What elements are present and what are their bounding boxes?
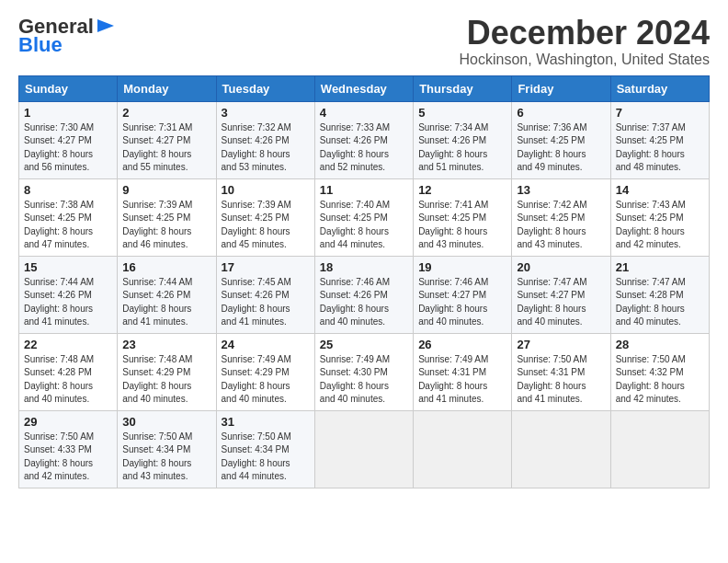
calendar-cell: 24Sunrise: 7:49 AM Sunset: 4:29 PM Dayli…	[216, 333, 314, 410]
day-number: 28	[616, 338, 704, 351]
day-info: Sunrise: 7:45 AM Sunset: 4:26 PM Dayligh…	[222, 276, 310, 329]
calendar-cell: 13Sunrise: 7:42 AM Sunset: 4:25 PM Dayli…	[512, 178, 610, 256]
calendar-table: SundayMondayTuesdayWednesdayThursdayFrid…	[18, 75, 710, 488]
day-info: Sunrise: 7:47 AM Sunset: 4:28 PM Dayligh…	[616, 276, 704, 329]
day-info: Sunrise: 7:41 AM Sunset: 4:25 PM Dayligh…	[418, 199, 506, 252]
svg-marker-0	[97, 19, 114, 32]
calendar-cell: 21Sunrise: 7:47 AM Sunset: 4:28 PM Dayli…	[610, 256, 709, 333]
calendar-row-5: 29Sunrise: 7:50 AM Sunset: 4:33 PM Dayli…	[19, 410, 710, 488]
calendar-row-1: 1Sunrise: 7:30 AM Sunset: 4:27 PM Daylig…	[19, 101, 710, 178]
location-title: Hockinson, Washington, United States	[460, 52, 710, 68]
day-number: 17	[222, 260, 310, 274]
calendar-cell: 3Sunrise: 7:32 AM Sunset: 4:26 PM Daylig…	[216, 101, 314, 178]
weekday-header-monday: Monday	[118, 75, 216, 101]
weekday-header-sunday: Sunday	[19, 75, 118, 101]
calendar-cell: 15Sunrise: 7:44 AM Sunset: 4:26 PM Dayli…	[19, 256, 118, 333]
calendar-cell: 26Sunrise: 7:49 AM Sunset: 4:31 PM Dayli…	[414, 333, 512, 410]
calendar-cell	[610, 410, 709, 488]
day-number: 13	[517, 183, 605, 197]
calendar-cell: 20Sunrise: 7:47 AM Sunset: 4:27 PM Dayli…	[512, 256, 610, 333]
day-number: 25	[320, 338, 408, 351]
day-info: Sunrise: 7:39 AM Sunset: 4:25 PM Dayligh…	[222, 199, 310, 252]
calendar-cell: 22Sunrise: 7:48 AM Sunset: 4:28 PM Dayli…	[19, 333, 118, 410]
calendar-cell: 11Sunrise: 7:40 AM Sunset: 4:25 PM Dayli…	[314, 178, 413, 256]
day-info: Sunrise: 7:44 AM Sunset: 4:26 PM Dayligh…	[24, 276, 112, 329]
day-number: 5	[418, 106, 506, 120]
day-info: Sunrise: 7:47 AM Sunset: 4:27 PM Dayligh…	[517, 276, 605, 329]
day-number: 31	[222, 415, 310, 429]
day-info: Sunrise: 7:49 AM Sunset: 4:31 PM Dayligh…	[418, 353, 506, 407]
day-number: 11	[320, 183, 408, 197]
day-number: 26	[418, 338, 506, 351]
calendar-cell: 14Sunrise: 7:43 AM Sunset: 4:25 PM Dayli…	[610, 178, 709, 256]
calendar-cell: 30Sunrise: 7:50 AM Sunset: 4:34 PM Dayli…	[118, 410, 216, 488]
day-number: 16	[122, 260, 210, 274]
day-info: Sunrise: 7:38 AM Sunset: 4:25 PM Dayligh…	[24, 199, 112, 252]
day-info: Sunrise: 7:50 AM Sunset: 4:32 PM Dayligh…	[616, 353, 704, 407]
day-number: 22	[24, 338, 112, 351]
month-title: December 2024	[460, 15, 710, 52]
day-info: Sunrise: 7:31 AM Sunset: 4:27 PM Dayligh…	[122, 121, 210, 175]
day-number: 12	[418, 183, 506, 197]
day-info: Sunrise: 7:43 AM Sunset: 4:25 PM Dayligh…	[616, 199, 704, 252]
calendar-cell: 9Sunrise: 7:39 AM Sunset: 4:25 PM Daylig…	[118, 178, 216, 256]
calendar-cell: 12Sunrise: 7:41 AM Sunset: 4:25 PM Dayli…	[414, 178, 512, 256]
day-info: Sunrise: 7:48 AM Sunset: 4:29 PM Dayligh…	[122, 353, 210, 407]
calendar-row-3: 15Sunrise: 7:44 AM Sunset: 4:26 PM Dayli…	[19, 256, 710, 333]
calendar-cell	[512, 410, 610, 488]
day-number: 19	[418, 260, 506, 274]
weekday-header-row: SundayMondayTuesdayWednesdayThursdayFrid…	[19, 75, 710, 101]
weekday-header-wednesday: Wednesday	[314, 75, 413, 101]
weekday-header-saturday: Saturday	[610, 75, 709, 101]
day-info: Sunrise: 7:42 AM Sunset: 4:25 PM Dayligh…	[517, 199, 605, 252]
calendar-cell: 5Sunrise: 7:34 AM Sunset: 4:26 PM Daylig…	[414, 101, 512, 178]
day-number: 21	[616, 260, 704, 274]
day-number: 29	[24, 415, 112, 429]
calendar-cell: 6Sunrise: 7:36 AM Sunset: 4:25 PM Daylig…	[512, 101, 610, 178]
day-info: Sunrise: 7:39 AM Sunset: 4:25 PM Dayligh…	[122, 199, 210, 252]
day-number: 20	[517, 260, 605, 274]
day-info: Sunrise: 7:46 AM Sunset: 4:26 PM Dayligh…	[320, 276, 408, 329]
calendar-cell: 7Sunrise: 7:37 AM Sunset: 4:25 PM Daylig…	[610, 101, 709, 178]
day-number: 30	[122, 415, 210, 429]
calendar-cell: 2Sunrise: 7:31 AM Sunset: 4:27 PM Daylig…	[118, 101, 216, 178]
logo-blue: Blue	[18, 33, 63, 57]
weekday-header-tuesday: Tuesday	[216, 75, 314, 101]
day-info: Sunrise: 7:49 AM Sunset: 4:30 PM Dayligh…	[320, 353, 408, 407]
calendar-cell: 4Sunrise: 7:33 AM Sunset: 4:26 PM Daylig…	[314, 101, 413, 178]
day-info: Sunrise: 7:46 AM Sunset: 4:27 PM Dayligh…	[418, 276, 506, 329]
day-info: Sunrise: 7:33 AM Sunset: 4:26 PM Dayligh…	[320, 121, 408, 175]
day-number: 9	[122, 183, 210, 197]
day-info: Sunrise: 7:44 AM Sunset: 4:26 PM Dayligh…	[122, 276, 210, 329]
day-info: Sunrise: 7:32 AM Sunset: 4:26 PM Dayligh…	[222, 121, 310, 175]
day-number: 4	[320, 106, 408, 120]
day-info: Sunrise: 7:30 AM Sunset: 4:27 PM Dayligh…	[24, 121, 112, 175]
day-number: 8	[24, 183, 112, 197]
page-header: General Blue December 2024 Hockinson, Wa…	[18, 15, 710, 68]
calendar-cell: 16Sunrise: 7:44 AM Sunset: 4:26 PM Dayli…	[118, 256, 216, 333]
calendar-row-4: 22Sunrise: 7:48 AM Sunset: 4:28 PM Dayli…	[19, 333, 710, 410]
day-number: 18	[320, 260, 408, 274]
day-number: 1	[24, 106, 112, 120]
day-info: Sunrise: 7:49 AM Sunset: 4:29 PM Dayligh…	[222, 353, 310, 407]
calendar-cell	[314, 410, 413, 488]
day-info: Sunrise: 7:37 AM Sunset: 4:25 PM Dayligh…	[616, 121, 704, 175]
calendar-cell: 31Sunrise: 7:50 AM Sunset: 4:34 PM Dayli…	[216, 410, 314, 488]
day-info: Sunrise: 7:50 AM Sunset: 4:33 PM Dayligh…	[24, 431, 112, 484]
calendar-row-2: 8Sunrise: 7:38 AM Sunset: 4:25 PM Daylig…	[19, 178, 710, 256]
day-number: 6	[517, 106, 605, 120]
day-number: 3	[222, 106, 310, 120]
day-info: Sunrise: 7:50 AM Sunset: 4:31 PM Dayligh…	[517, 353, 605, 407]
day-number: 14	[616, 183, 704, 197]
calendar-cell: 29Sunrise: 7:50 AM Sunset: 4:33 PM Dayli…	[19, 410, 118, 488]
calendar-cell: 8Sunrise: 7:38 AM Sunset: 4:25 PM Daylig…	[19, 178, 118, 256]
day-info: Sunrise: 7:36 AM Sunset: 4:25 PM Dayligh…	[517, 121, 605, 175]
calendar-cell: 19Sunrise: 7:46 AM Sunset: 4:27 PM Dayli…	[414, 256, 512, 333]
calendar-cell: 17Sunrise: 7:45 AM Sunset: 4:26 PM Dayli…	[216, 256, 314, 333]
day-info: Sunrise: 7:40 AM Sunset: 4:25 PM Dayligh…	[320, 199, 408, 252]
logo-arrow-icon	[96, 16, 116, 36]
day-info: Sunrise: 7:50 AM Sunset: 4:34 PM Dayligh…	[222, 431, 310, 484]
day-number: 2	[122, 106, 210, 120]
calendar-cell: 23Sunrise: 7:48 AM Sunset: 4:29 PM Dayli…	[118, 333, 216, 410]
calendar-cell: 1Sunrise: 7:30 AM Sunset: 4:27 PM Daylig…	[19, 101, 118, 178]
